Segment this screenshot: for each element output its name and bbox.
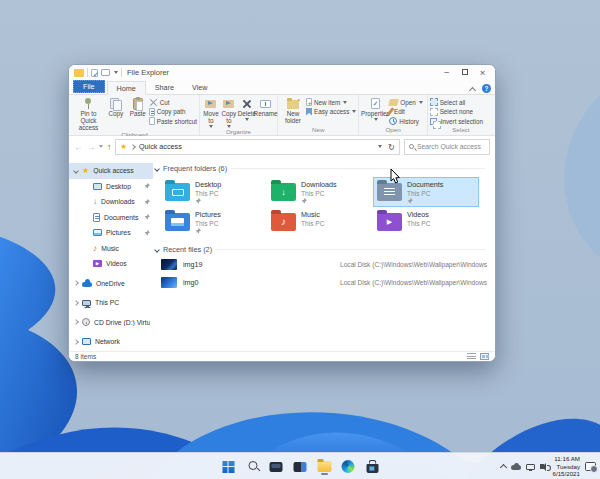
sidebar-item-cd-drive[interactable]: CD Drive (D:) Virtuall bbox=[69, 315, 153, 331]
copy-to-button[interactable]: Copy to bbox=[220, 96, 238, 128]
chevron-right-icon[interactable] bbox=[73, 339, 79, 345]
qat-properties-icon[interactable] bbox=[91, 69, 98, 77]
main-area: ★ Quick access Desktop ↓ Downloads Docum… bbox=[69, 157, 495, 351]
forward-button[interactable]: → bbox=[87, 142, 96, 152]
close-button[interactable]: × bbox=[475, 66, 490, 79]
clock-day: Tuesday bbox=[552, 463, 580, 470]
chevron-right-icon[interactable] bbox=[73, 300, 79, 306]
tile-downloads[interactable]: ↓ Downloads This PC bbox=[267, 177, 373, 207]
edge-button[interactable] bbox=[340, 458, 357, 475]
properties-button[interactable]: Properties bbox=[361, 96, 389, 121]
taskbar-search-button[interactable] bbox=[244, 458, 261, 475]
tab-share[interactable]: Share bbox=[146, 80, 183, 94]
task-view-button[interactable] bbox=[268, 458, 285, 475]
file-explorer-icon bbox=[74, 69, 84, 77]
sidebar-item-documents[interactable]: Documents bbox=[69, 210, 153, 226]
large-icons-view-icon[interactable] bbox=[480, 353, 489, 360]
sidebar-item-desktop[interactable]: Desktop bbox=[69, 179, 153, 195]
widgets-button[interactable] bbox=[292, 458, 309, 475]
history-button[interactable]: History bbox=[389, 117, 422, 125]
tile-music[interactable]: ♪ Music This PC bbox=[267, 207, 373, 237]
quick-access-star-icon: ★ bbox=[82, 166, 89, 175]
search-input[interactable] bbox=[417, 143, 485, 150]
network-icon bbox=[82, 338, 91, 345]
select-all-button[interactable]: Select all bbox=[430, 98, 483, 106]
dropdown-caret bbox=[419, 101, 423, 104]
file-row-img19[interactable]: img19 Local Disk (C:)\Windows\Web\Wallpa… bbox=[161, 256, 489, 274]
file-explorer-taskbar-button[interactable] bbox=[316, 458, 333, 475]
network-tray-icon[interactable] bbox=[526, 464, 535, 470]
task-view-icon bbox=[270, 462, 283, 472]
minimize-button[interactable]: – bbox=[439, 66, 454, 79]
up-button[interactable]: ↑ bbox=[107, 142, 111, 152]
taskbar-clock[interactable]: 11:16 AM Tuesday 6/15/2021 bbox=[552, 455, 580, 477]
store-button[interactable] bbox=[364, 458, 381, 475]
new-folder-button[interactable]: New folder bbox=[280, 96, 306, 125]
start-button[interactable] bbox=[220, 458, 237, 475]
breadcrumb-location[interactable]: Quick access bbox=[139, 142, 182, 151]
paste-shortcut-icon bbox=[149, 117, 155, 125]
sidebar-item-music[interactable]: ♪ Music bbox=[69, 241, 153, 257]
refresh-icon[interactable]: ↻ bbox=[388, 142, 395, 152]
notification-center-icon[interactable] bbox=[585, 462, 596, 471]
select-none-button[interactable]: Select none bbox=[430, 108, 483, 116]
qat-customize-caret[interactable] bbox=[114, 71, 118, 74]
help-icon[interactable]: ? bbox=[482, 84, 491, 93]
onedrive-tray-icon[interactable] bbox=[511, 465, 521, 470]
breadcrumb[interactable]: ★ Quick access ↻ bbox=[115, 139, 400, 155]
hidden-icons-chevron-icon[interactable] bbox=[500, 464, 507, 471]
tile-pictures[interactable]: Pictures This PC bbox=[161, 207, 267, 237]
paste-button[interactable]: Paste bbox=[127, 96, 149, 118]
tab-view[interactable]: View bbox=[183, 80, 216, 94]
invert-selection-button[interactable]: Invert selection bbox=[430, 117, 483, 125]
recent-locations-caret[interactable] bbox=[99, 145, 103, 148]
taskbar: 11:16 AM Tuesday 6/15/2021 bbox=[0, 452, 600, 479]
new-item-button[interactable]: New item bbox=[306, 98, 356, 106]
sidebar-item-quick-access[interactable]: ★ Quick access bbox=[69, 163, 153, 179]
sidebar-item-onedrive[interactable]: OneDrive bbox=[69, 276, 153, 292]
tile-documents[interactable]: Documents This PC bbox=[373, 177, 479, 207]
collapse-ribbon-icon[interactable] bbox=[469, 85, 477, 93]
open-button[interactable]: Open bbox=[389, 98, 422, 106]
sidebar-item-downloads[interactable]: ↓ Downloads bbox=[69, 194, 153, 210]
cut-button[interactable]: Cut bbox=[149, 98, 197, 106]
back-button[interactable]: ← bbox=[74, 142, 83, 152]
sidebar-item-videos[interactable]: ▶ Videos bbox=[69, 256, 153, 272]
sidebar-item-pictures[interactable]: Pictures bbox=[69, 225, 153, 241]
sidebar-item-network[interactable]: Network bbox=[69, 334, 153, 350]
qat-new-folder-icon[interactable] bbox=[101, 69, 110, 76]
pin-to-quick-access-button[interactable]: Pin to Quick access bbox=[72, 96, 105, 131]
collapse-chevron-icon[interactable] bbox=[154, 247, 160, 253]
tab-home[interactable]: Home bbox=[107, 81, 146, 95]
pinned-icon bbox=[407, 198, 413, 204]
address-dropdown-caret[interactable] bbox=[378, 145, 382, 148]
breadcrumb-chevron-icon bbox=[130, 144, 136, 150]
tile-videos[interactable]: ▶ Videos This PC bbox=[373, 207, 479, 237]
easy-access-button[interactable]: Easy access bbox=[306, 108, 356, 116]
file-explorer-window: File Explorer – × File Home Share View ? bbox=[68, 64, 496, 362]
edit-button[interactable]: Edit bbox=[389, 108, 422, 116]
open-group-label: Open bbox=[361, 126, 424, 135]
file-row-img0[interactable]: img0 Local Disk (C:)\Windows\Web\Wallpap… bbox=[161, 274, 489, 292]
copy-button[interactable]: Copy bbox=[105, 96, 127, 118]
tile-desktop[interactable]: Desktop This PC bbox=[161, 177, 267, 207]
copy-path-button[interactable]: Copy path bbox=[149, 108, 197, 116]
paste-shortcut-button[interactable]: Paste shortcut bbox=[149, 117, 197, 125]
details-view-icon[interactable] bbox=[467, 353, 476, 360]
frequent-folders-header[interactable]: Frequent folders (6) bbox=[155, 162, 489, 175]
dropdown-caret bbox=[374, 118, 378, 121]
chevron-right-icon[interactable] bbox=[73, 319, 79, 325]
sidebar-item-this-pc[interactable]: This PC bbox=[69, 295, 153, 311]
chevron-right-icon[interactable] bbox=[73, 280, 79, 286]
chevron-down-icon[interactable] bbox=[73, 168, 79, 174]
pinned-icon bbox=[144, 183, 150, 189]
rename-button[interactable]: Rename bbox=[256, 96, 275, 118]
tab-file[interactable]: File bbox=[73, 80, 105, 93]
collapse-chevron-icon[interactable] bbox=[154, 166, 160, 172]
maximize-button[interactable] bbox=[457, 66, 472, 79]
search-box[interactable] bbox=[404, 139, 490, 155]
move-to-button[interactable]: Move to bbox=[202, 96, 220, 128]
pictures-icon bbox=[93, 229, 102, 236]
recent-files-header[interactable]: Recent files (2) bbox=[155, 243, 489, 256]
volume-tray-icon[interactable] bbox=[540, 464, 544, 469]
